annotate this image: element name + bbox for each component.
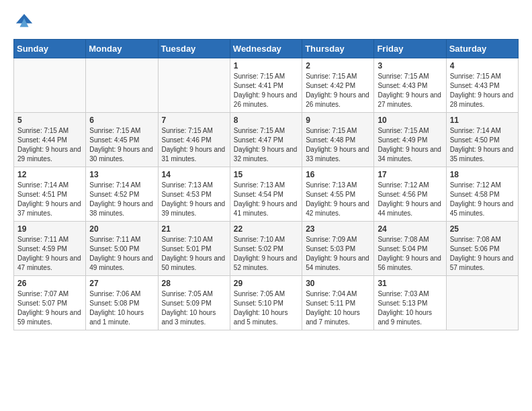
calendar-header-row: SundayMondayTuesdayWednesdayThursdayFrid…: [14, 40, 519, 58]
day-number: 21: [162, 224, 226, 234]
day-number: 24: [378, 224, 442, 234]
calendar-cell: [446, 276, 518, 330]
day-number: 28: [162, 279, 226, 288]
day-number: 11: [450, 116, 515, 125]
day-number: 23: [306, 224, 370, 234]
day-info: Sunrise: 7:14 AM Sunset: 4:50 PM Dayligh…: [450, 126, 515, 164]
calendar-week-row: 19Sunrise: 7:11 AM Sunset: 4:59 PM Dayli…: [14, 222, 519, 276]
day-info: Sunrise: 7:11 AM Sunset: 5:00 PM Dayligh…: [89, 235, 154, 273]
calendar-week-row: 5Sunrise: 7:15 AM Sunset: 4:44 PM Daylig…: [14, 113, 519, 167]
day-info: Sunrise: 7:08 AM Sunset: 5:04 PM Dayligh…: [378, 235, 442, 273]
day-info: Sunrise: 7:15 AM Sunset: 4:44 PM Dayligh…: [17, 126, 82, 164]
day-number: 1: [234, 61, 298, 71]
logo: [13, 11, 34, 32]
day-info: Sunrise: 7:10 AM Sunset: 5:02 PM Dayligh…: [234, 235, 298, 273]
day-number: 15: [234, 170, 298, 179]
day-info: Sunrise: 7:14 AM Sunset: 4:52 PM Dayligh…: [89, 181, 154, 218]
calendar-cell: 19Sunrise: 7:11 AM Sunset: 4:59 PM Dayli…: [14, 222, 86, 276]
day-number: 31: [378, 279, 442, 288]
day-info: Sunrise: 7:11 AM Sunset: 4:59 PM Dayligh…: [17, 235, 82, 273]
calendar-cell: 7Sunrise: 7:15 AM Sunset: 4:46 PM Daylig…: [158, 113, 230, 167]
calendar-cell: 13Sunrise: 7:14 AM Sunset: 4:52 PM Dayli…: [86, 167, 158, 222]
day-info: Sunrise: 7:15 AM Sunset: 4:42 PM Dayligh…: [306, 72, 370, 109]
day-number: 26: [17, 279, 82, 288]
day-info: Sunrise: 7:05 AM Sunset: 5:09 PM Dayligh…: [162, 289, 226, 327]
day-of-week-header: Friday: [374, 40, 446, 58]
day-number: 7: [162, 116, 226, 125]
calendar-cell: 20Sunrise: 7:11 AM Sunset: 5:00 PM Dayli…: [86, 222, 158, 276]
day-number: 2: [306, 61, 370, 71]
day-number: 27: [89, 279, 154, 288]
calendar-cell: 5Sunrise: 7:15 AM Sunset: 4:44 PM Daylig…: [14, 113, 86, 167]
calendar-cell: 30Sunrise: 7:04 AM Sunset: 5:11 PM Dayli…: [302, 276, 374, 330]
logo-text: [13, 11, 34, 32]
day-number: 22: [234, 224, 298, 234]
day-number: 3: [378, 61, 442, 71]
day-number: 13: [89, 170, 154, 179]
calendar-cell: [158, 58, 230, 113]
calendar-cell: 11Sunrise: 7:14 AM Sunset: 4:50 PM Dayli…: [446, 113, 518, 167]
day-info: Sunrise: 7:13 AM Sunset: 4:53 PM Dayligh…: [162, 181, 226, 218]
day-of-week-header: Saturday: [446, 40, 518, 58]
day-info: Sunrise: 7:05 AM Sunset: 5:10 PM Dayligh…: [234, 289, 298, 327]
day-number: 10: [378, 116, 442, 125]
day-info: Sunrise: 7:03 AM Sunset: 5:13 PM Dayligh…: [378, 289, 442, 327]
day-number: 19: [17, 224, 82, 234]
day-number: 12: [17, 170, 82, 179]
calendar-cell: 23Sunrise: 7:09 AM Sunset: 5:03 PM Dayli…: [302, 222, 374, 276]
calendar-cell: 17Sunrise: 7:12 AM Sunset: 4:56 PM Dayli…: [374, 167, 446, 222]
day-number: 6: [89, 116, 154, 125]
day-info: Sunrise: 7:04 AM Sunset: 5:11 PM Dayligh…: [306, 289, 370, 327]
calendar-cell: 27Sunrise: 7:06 AM Sunset: 5:08 PM Dayli…: [86, 276, 158, 330]
calendar-cell: 10Sunrise: 7:15 AM Sunset: 4:49 PM Dayli…: [374, 113, 446, 167]
day-number: 18: [450, 170, 515, 179]
day-info: Sunrise: 7:15 AM Sunset: 4:47 PM Dayligh…: [234, 126, 298, 164]
calendar-cell: 3Sunrise: 7:15 AM Sunset: 4:43 PM Daylig…: [374, 58, 446, 113]
day-of-week-header: Sunday: [14, 40, 86, 58]
calendar-cell: [86, 58, 158, 113]
calendar-cell: 8Sunrise: 7:15 AM Sunset: 4:47 PM Daylig…: [230, 113, 302, 167]
day-info: Sunrise: 7:15 AM Sunset: 4:45 PM Dayligh…: [89, 126, 154, 164]
day-of-week-header: Thursday: [302, 40, 374, 58]
header: [13, 11, 519, 32]
day-number: 9: [306, 116, 370, 125]
calendar-cell: [14, 58, 86, 113]
calendar-cell: 14Sunrise: 7:13 AM Sunset: 4:53 PM Dayli…: [158, 167, 230, 222]
calendar-cell: 1Sunrise: 7:15 AM Sunset: 4:41 PM Daylig…: [230, 58, 302, 113]
day-info: Sunrise: 7:15 AM Sunset: 4:46 PM Dayligh…: [162, 126, 226, 164]
day-info: Sunrise: 7:08 AM Sunset: 5:06 PM Dayligh…: [450, 235, 515, 273]
calendar-cell: 22Sunrise: 7:10 AM Sunset: 5:02 PM Dayli…: [230, 222, 302, 276]
day-info: Sunrise: 7:13 AM Sunset: 4:55 PM Dayligh…: [306, 181, 370, 218]
day-number: 4: [450, 61, 515, 71]
calendar-cell: 24Sunrise: 7:08 AM Sunset: 5:04 PM Dayli…: [374, 222, 446, 276]
calendar-cell: 25Sunrise: 7:08 AM Sunset: 5:06 PM Dayli…: [446, 222, 518, 276]
calendar-cell: 6Sunrise: 7:15 AM Sunset: 4:45 PM Daylig…: [86, 113, 158, 167]
calendar-cell: 2Sunrise: 7:15 AM Sunset: 4:42 PM Daylig…: [302, 58, 374, 113]
calendar-week-row: 26Sunrise: 7:07 AM Sunset: 5:07 PM Dayli…: [14, 276, 519, 330]
day-number: 20: [89, 224, 154, 234]
day-number: 8: [234, 116, 298, 125]
day-info: Sunrise: 7:09 AM Sunset: 5:03 PM Dayligh…: [306, 235, 370, 273]
day-number: 5: [17, 116, 82, 125]
calendar-week-row: 1Sunrise: 7:15 AM Sunset: 4:41 PM Daylig…: [14, 58, 519, 113]
day-info: Sunrise: 7:12 AM Sunset: 4:56 PM Dayligh…: [378, 181, 442, 218]
day-info: Sunrise: 7:10 AM Sunset: 5:01 PM Dayligh…: [162, 235, 226, 273]
calendar-cell: 21Sunrise: 7:10 AM Sunset: 5:01 PM Dayli…: [158, 222, 230, 276]
day-number: 17: [378, 170, 442, 179]
day-number: 25: [450, 224, 515, 234]
day-info: Sunrise: 7:15 AM Sunset: 4:48 PM Dayligh…: [306, 126, 370, 164]
day-info: Sunrise: 7:13 AM Sunset: 4:54 PM Dayligh…: [234, 181, 298, 218]
calendar-table: SundayMondayTuesdayWednesdayThursdayFrid…: [13, 39, 519, 330]
calendar-week-row: 12Sunrise: 7:14 AM Sunset: 4:51 PM Dayli…: [14, 167, 519, 222]
day-info: Sunrise: 7:14 AM Sunset: 4:51 PM Dayligh…: [17, 181, 82, 218]
day-of-week-header: Wednesday: [230, 40, 302, 58]
day-number: 29: [234, 279, 298, 288]
day-number: 14: [162, 170, 226, 179]
day-info: Sunrise: 7:07 AM Sunset: 5:07 PM Dayligh…: [17, 289, 82, 327]
calendar-cell: 12Sunrise: 7:14 AM Sunset: 4:51 PM Dayli…: [14, 167, 86, 222]
day-info: Sunrise: 7:15 AM Sunset: 4:49 PM Dayligh…: [378, 126, 442, 164]
day-number: 30: [306, 279, 370, 288]
calendar-page: SundayMondayTuesdayWednesdayThursdayFrid…: [0, 0, 532, 341]
day-info: Sunrise: 7:12 AM Sunset: 4:58 PM Dayligh…: [450, 181, 515, 218]
calendar-cell: 15Sunrise: 7:13 AM Sunset: 4:54 PM Dayli…: [230, 167, 302, 222]
